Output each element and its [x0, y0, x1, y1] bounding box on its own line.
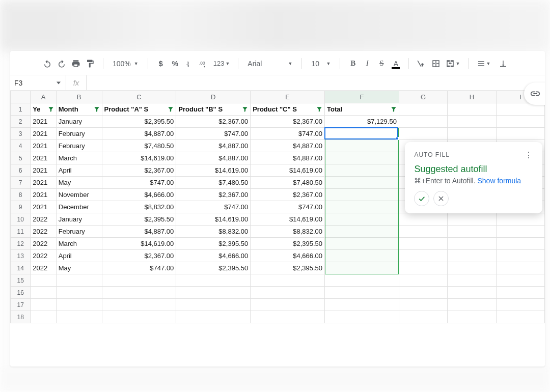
cell-H1[interactable]	[448, 103, 496, 116]
paint-format-button[interactable]	[84, 57, 97, 70]
cell-A6[interactable]: 2021	[31, 164, 56, 177]
col-header-A[interactable]: A	[31, 91, 56, 103]
row-header-10[interactable]: 10	[11, 213, 31, 226]
filter-icon[interactable]	[241, 106, 249, 113]
side-panel-toggle[interactable]	[524, 82, 545, 105]
cell-E8[interactable]: $2,367.00	[251, 189, 325, 201]
cell-B10[interactable]: January	[56, 213, 102, 226]
filter-icon[interactable]	[93, 106, 100, 113]
cell-A5[interactable]: 2021	[31, 152, 56, 164]
cell-C3[interactable]: $4,887.00	[102, 128, 176, 140]
cell-C9[interactable]: $8,832.00	[102, 201, 176, 213]
col-header-B[interactable]: B	[56, 91, 102, 103]
filter-icon[interactable]	[167, 106, 174, 113]
cell-H2[interactable]	[448, 116, 496, 128]
row-header-7[interactable]: 7	[11, 177, 31, 189]
borders-button[interactable]	[429, 57, 443, 70]
row-header-9[interactable]: 9	[11, 201, 31, 213]
cell-E5[interactable]: $4,887.00	[251, 152, 325, 164]
text-color-button[interactable]: A	[389, 57, 402, 70]
cell-E1[interactable]: Product "C" S	[251, 103, 325, 116]
cell-H10[interactable]	[448, 213, 496, 226]
select-all-corner[interactable]	[11, 91, 31, 103]
cell-C12[interactable]: $14,619.00	[102, 238, 176, 250]
cell-B1[interactable]: Month	[56, 103, 102, 116]
cell-F14[interactable]	[325, 262, 399, 274]
vertical-align-button[interactable]	[494, 57, 512, 70]
merge-cells-button[interactable]: ▼	[444, 57, 462, 70]
cell-B13[interactable]: April	[56, 250, 102, 262]
cell-E14[interactable]: $2,395.50	[251, 262, 325, 274]
cell-C5[interactable]: $14,619.00	[102, 152, 176, 164]
cell-H12[interactable]	[448, 238, 496, 250]
cell-D14[interactable]: $2,395.50	[176, 262, 251, 274]
cell-B12[interactable]: March	[56, 238, 102, 250]
autofill-accept-button[interactable]	[414, 191, 429, 206]
cell-E4[interactable]: $4,887.00	[251, 140, 325, 152]
cell-I12[interactable]	[496, 238, 544, 250]
cell-I10[interactable]	[496, 213, 544, 226]
row-header-5[interactable]: 5	[11, 152, 31, 164]
cell-E7[interactable]: $7,480.50	[251, 177, 325, 189]
cell-H3[interactable]	[448, 128, 496, 140]
filter-icon[interactable]	[47, 106, 54, 113]
increase-decimal-button[interactable]: .00	[197, 57, 210, 70]
cell-D7[interactable]: $7,480.50	[176, 177, 251, 189]
cell-G10[interactable]	[399, 213, 447, 226]
row-header-8[interactable]: 8	[11, 189, 31, 201]
col-header-D[interactable]: D	[176, 91, 251, 103]
col-header-F[interactable]: F	[325, 91, 399, 103]
cell-B6[interactable]: April	[56, 164, 102, 177]
cell-C2[interactable]: $2,395.50	[102, 116, 176, 128]
cell-E10[interactable]: $14,619.00	[251, 213, 325, 226]
cell-F12[interactable]	[325, 238, 399, 250]
cell-H11[interactable]	[448, 226, 496, 238]
row-header-2[interactable]: 2	[11, 116, 31, 128]
cell-G13[interactable]	[399, 250, 447, 262]
cell-D11[interactable]: $8,832.00	[176, 226, 251, 238]
cell-C6[interactable]: $2,367.00	[102, 164, 176, 177]
cell-E9[interactable]: $747.00	[251, 201, 325, 213]
cell-G12[interactable]	[399, 238, 447, 250]
cell-C13[interactable]: $2,367.00	[102, 250, 176, 262]
row-header-17[interactable]: 17	[11, 299, 31, 311]
cell-B9[interactable]: December	[56, 201, 102, 213]
cell-D9[interactable]: $747.00	[176, 201, 251, 213]
row-header-6[interactable]: 6	[11, 164, 31, 177]
cell-G3[interactable]	[399, 128, 447, 140]
cell-E2[interactable]: $2,367.00	[251, 116, 325, 128]
spreadsheet-grid[interactable]: ABCDEFGHI 1YeMonthProduct "A" SProduct "…	[10, 91, 545, 323]
cell-D13[interactable]: $4,666.00	[176, 250, 251, 262]
filter-icon[interactable]	[390, 106, 397, 113]
strikethrough-button[interactable]: S	[375, 57, 388, 70]
row-header-16[interactable]: 16	[11, 287, 31, 299]
name-box[interactable]: F3	[10, 75, 66, 90]
cell-C14[interactable]: $747.00	[102, 262, 176, 274]
cell-H13[interactable]	[448, 250, 496, 262]
more-formats-button[interactable]: 123▼	[211, 57, 232, 70]
cell-E13[interactable]: $4,666.00	[251, 250, 325, 262]
cell-F8[interactable]	[325, 189, 399, 201]
cell-D3[interactable]: $747.00	[176, 128, 251, 140]
cell-F1[interactable]: Total	[325, 103, 399, 116]
cell-F2[interactable]: $7,129.50	[325, 116, 399, 128]
cell-F10[interactable]	[325, 213, 399, 226]
horizontal-align-button[interactable]: ▼	[475, 57, 493, 70]
cell-G14[interactable]	[399, 262, 447, 274]
cell-I13[interactable]	[496, 250, 544, 262]
cell-I1[interactable]	[496, 103, 544, 116]
col-header-G[interactable]: G	[399, 91, 447, 103]
cell-F4[interactable]	[325, 140, 399, 152]
cell-G1[interactable]	[399, 103, 447, 116]
cell-D12[interactable]: $2,395.50	[176, 238, 251, 250]
cell-A14[interactable]: 2022	[31, 262, 56, 274]
cell-C4[interactable]: $7,480.50	[102, 140, 176, 152]
fill-color-button[interactable]	[415, 57, 428, 70]
show-formula-link[interactable]: Show formula	[478, 177, 521, 185]
cell-A4[interactable]: 2021	[31, 140, 56, 152]
col-header-E[interactable]: E	[251, 91, 325, 103]
filter-icon[interactable]	[316, 106, 323, 113]
cell-A7[interactable]: 2021	[31, 177, 56, 189]
cell-B3[interactable]: February	[56, 128, 102, 140]
cell-E11[interactable]: $8,832.00	[251, 226, 325, 238]
